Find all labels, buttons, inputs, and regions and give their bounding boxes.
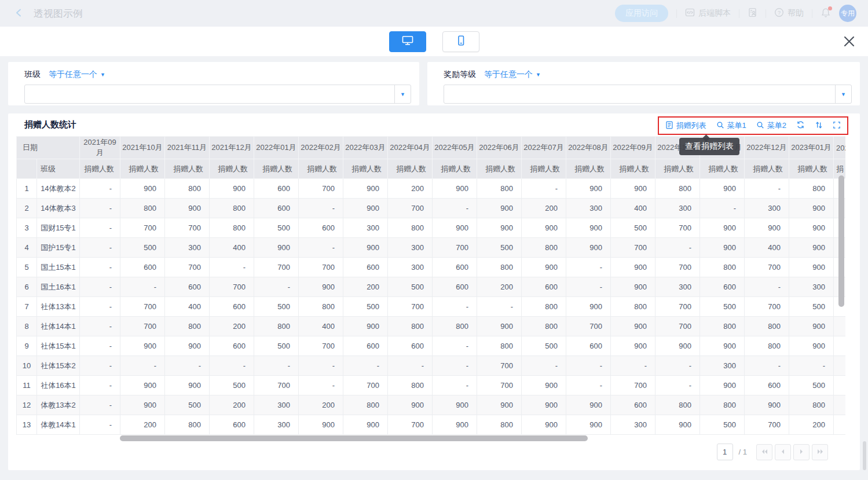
value-cell: 900 xyxy=(611,179,655,199)
filter-operator-link[interactable]: 等于任意一个 ▼ xyxy=(484,69,541,80)
search-icon xyxy=(756,121,764,131)
value-cell: 400 xyxy=(745,238,789,258)
row-number-cell: 11 xyxy=(17,376,37,395)
value-cell: 200 xyxy=(299,395,343,415)
filter-select-reward[interactable]: ▼ xyxy=(444,85,852,104)
value-cell: 900 xyxy=(343,199,388,218)
value-cell: 400 xyxy=(299,317,343,336)
value-cell: - xyxy=(433,336,477,356)
value-cell: 600 xyxy=(254,179,299,199)
value-cell: 400 xyxy=(611,199,655,218)
value-cell: 900 xyxy=(343,415,388,435)
value-cell: 800 xyxy=(210,218,254,238)
fullscreen-button[interactable] xyxy=(833,121,841,131)
table-row: 6国土16本1--600700-900200500600200600-90030… xyxy=(17,277,846,297)
last-page-button[interactable] xyxy=(812,444,828,460)
value-cell: 700 xyxy=(254,258,299,277)
back-chevron-icon xyxy=(14,8,24,20)
value-cell: 800 xyxy=(700,258,745,277)
value-cell-clipped xyxy=(834,336,846,356)
tooltip: 查看捐赠列表 xyxy=(679,138,739,155)
filter-select-class[interactable]: ▼ xyxy=(24,85,411,104)
value-cell: - xyxy=(80,297,120,317)
measure-header: 捐赠人数 xyxy=(343,159,388,179)
month-header: 2022年12月 xyxy=(745,137,789,159)
row-number-cell: 13 xyxy=(17,415,37,435)
operation-log-button[interactable] xyxy=(748,8,757,19)
page-scrollbar-thumb[interactable] xyxy=(863,441,866,470)
measure-header: 捐赠人数 xyxy=(80,159,120,179)
value-cell: 900 xyxy=(566,218,611,238)
value-cell: 900 xyxy=(566,179,611,199)
value-cell: 700 xyxy=(299,258,343,277)
pivot-table-scroll-area[interactable]: 日期2021年09月2021年10月2021年11月2021年12月2022年0… xyxy=(16,136,845,435)
class-name-cell: 社体16本1 xyxy=(37,376,80,395)
backend-script-button[interactable]: 后端脚本 xyxy=(685,8,731,19)
value-cell: - xyxy=(343,356,388,376)
value-cell: 900 xyxy=(254,238,299,258)
refresh-button[interactable] xyxy=(796,120,805,131)
mobile-view-button[interactable] xyxy=(442,31,479,52)
back-button[interactable] xyxy=(14,8,24,20)
menu2-button[interactable]: 菜单2 xyxy=(756,120,786,131)
sort-button[interactable] xyxy=(815,121,823,131)
table-row: 9社体15本1-900900600500700600600-8005006009… xyxy=(17,336,846,356)
first-page-button[interactable] xyxy=(756,444,772,460)
value-cell: 600 xyxy=(254,199,299,218)
app-access-button[interactable]: 应用访问 xyxy=(615,5,668,22)
next-page-button[interactable] xyxy=(793,444,810,460)
value-cell: 800 xyxy=(700,395,745,415)
measure-header: 捐赠人数 xyxy=(655,159,700,179)
month-header: 2021年09月 xyxy=(80,137,120,159)
value-cell: 300 xyxy=(254,415,299,435)
value-cell: - xyxy=(80,199,120,218)
value-cell: 900 xyxy=(700,336,745,356)
value-cell: 900 xyxy=(477,317,522,336)
value-cell: 900 xyxy=(299,277,343,297)
prev-page-button[interactable] xyxy=(775,444,791,460)
value-cell: 700 xyxy=(120,317,165,336)
desktop-view-button[interactable] xyxy=(389,31,426,52)
dropdown-arrow-icon: ▼ xyxy=(841,91,846,97)
value-cell: 200 xyxy=(120,415,165,435)
month-header: 2022年02月 xyxy=(299,137,343,159)
value-cell: - xyxy=(477,297,522,317)
value-cell: 200 xyxy=(388,179,433,199)
class-name-cell: 国财15专1 xyxy=(37,218,80,238)
donation-list-button[interactable]: 捐赠列表 xyxy=(665,120,706,131)
sort-icon xyxy=(815,121,823,131)
value-cell-clipped xyxy=(834,317,846,336)
value-cell: 700 xyxy=(343,376,388,395)
value-cell: 700 xyxy=(477,356,522,376)
value-cell: 800 xyxy=(477,336,522,356)
table-row: 12体教13本2-9005002003002008009009009009009… xyxy=(17,395,846,415)
row-dim-header: 班级 xyxy=(37,159,80,179)
value-cell: 900 xyxy=(343,238,388,258)
first-page-icon xyxy=(761,448,768,456)
measure-header: 捐赠人数 xyxy=(299,159,343,179)
value-cell: 500 xyxy=(254,297,299,317)
value-cell: 800 xyxy=(477,258,522,277)
avatar[interactable]: 专用 xyxy=(839,5,856,22)
value-cell: 700 xyxy=(210,277,254,297)
value-cell: - xyxy=(433,297,477,317)
v-scrollbar-thumb[interactable] xyxy=(838,175,844,307)
value-cell: 600 xyxy=(700,277,745,297)
filter-operator-link[interactable]: 等于任意一个 ▼ xyxy=(49,69,105,80)
value-cell: - xyxy=(80,238,120,258)
h-scrollbar-thumb[interactable] xyxy=(120,435,588,441)
value-cell: 400 xyxy=(210,238,254,258)
value-cell: 800 xyxy=(522,297,566,317)
row-number-cell: 1 xyxy=(17,179,37,199)
value-cell: 800 xyxy=(789,179,834,199)
close-button[interactable] xyxy=(842,34,856,50)
help-button[interactable]: ? 帮助 xyxy=(774,8,804,19)
value-cell: 700 xyxy=(745,258,789,277)
value-cell: 800 xyxy=(433,317,477,336)
row-number-cell: 2 xyxy=(17,199,37,218)
measure-header: 捐赠人数 xyxy=(789,159,834,179)
row-number-cell: 4 xyxy=(17,238,37,258)
notification-bell-button[interactable] xyxy=(821,8,831,20)
menu1-button[interactable]: 菜单1 xyxy=(716,120,746,131)
page-input[interactable] xyxy=(717,444,733,460)
